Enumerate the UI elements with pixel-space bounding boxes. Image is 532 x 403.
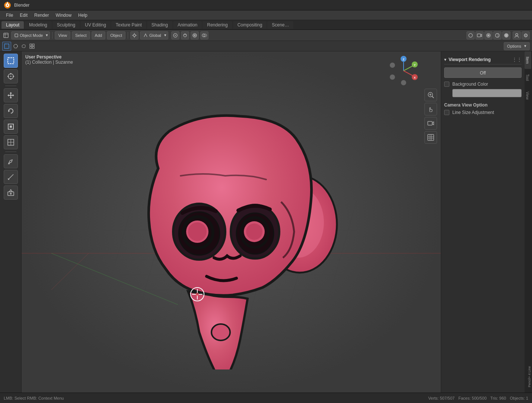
add-primitive-btn[interactable] [4, 185, 18, 200]
navigation-gizmo[interactable]: Z Y X [389, 56, 418, 86]
background-color-label: Background Color [452, 82, 488, 87]
svg-rect-21 [477, 34, 481, 37]
svg-rect-31 [32, 47, 34, 48]
transform-orientation-dropdown[interactable]: Global ▾ [140, 31, 168, 39]
camera-view-label: Camera View Option [444, 102, 522, 108]
menu-item-render[interactable]: Render [31, 12, 52, 19]
panel-tab-view[interactable]: View [525, 86, 531, 105]
object-mode-dropdown[interactable]: Object Mode ▾ [11, 31, 50, 39]
rendered-shading-icon[interactable] [502, 31, 510, 39]
viewport-3d[interactable]: User Perspective (1) Collection | Suzann… [22, 51, 441, 393]
measure-tool-btn[interactable] [4, 170, 18, 184]
grid-gizmo-btn[interactable] [424, 131, 437, 144]
svg-marker-43 [7, 94, 9, 96]
xray-icon[interactable] [200, 31, 208, 39]
cursor-tool-btn[interactable] [4, 69, 18, 83]
select-menu-btn[interactable]: Select [72, 31, 90, 39]
background-color-swatch[interactable] [452, 89, 522, 97]
viewport-info: User Perspective (1) Collection | Suzann… [25, 54, 73, 65]
svg-rect-112 [428, 134, 434, 140]
select-lasso-icon[interactable] [20, 42, 28, 50]
select-circle-icon[interactable] [12, 42, 19, 50]
viewport-shading-icon[interactable] [466, 31, 475, 39]
tab-shading[interactable]: Shading [147, 21, 172, 29]
annotate-tool-btn[interactable] [4, 154, 18, 168]
panel-drag-dots[interactable]: ⋮⋮ [512, 57, 522, 63]
menu-item-edit[interactable]: Edit [17, 12, 31, 19]
svg-point-23 [487, 34, 490, 37]
svg-rect-30 [30, 47, 32, 48]
toolbar-divider-1 [52, 32, 52, 39]
toolbar-row: Object Mode ▾ View Select Add Object Glo… [0, 30, 532, 41]
tab-animation[interactable]: Animation [173, 21, 202, 29]
svg-point-105 [390, 63, 395, 68]
object-mode-icon [15, 34, 18, 37]
svg-point-80 [188, 222, 207, 241]
svg-line-107 [432, 96, 434, 98]
tab-compositing[interactable]: Compositing [233, 21, 267, 29]
select-all-icon[interactable] [28, 42, 36, 50]
off-button[interactable]: Off [444, 67, 522, 78]
add-menu-btn[interactable]: Add [92, 31, 106, 39]
transform-tool-btn[interactable] [4, 135, 18, 149]
status-bar: LMB: Select RMB: Context Menu Verts: 507… [0, 393, 532, 403]
editor-type-icon[interactable] [2, 32, 10, 39]
menu-item-help[interactable]: Help [75, 12, 90, 19]
blender-logo [4, 1, 11, 9]
left-toolbar [0, 51, 22, 393]
menu-bar: File Edit Render Window Help [0, 10, 532, 20]
shading-mode-icon[interactable] [493, 31, 501, 39]
section-collapse-arrow[interactable]: ▾ [444, 57, 446, 62]
menu-item-file[interactable]: File [3, 12, 16, 19]
options-btn[interactable]: Options ▾ [504, 42, 530, 50]
panel-side-tabs: Item Tool View Pencil+ 4 Line [525, 51, 532, 393]
svg-point-2 [7, 4, 8, 6]
viewport-shading-group: ⚙ [466, 31, 530, 39]
panel-tab-tool[interactable]: Tool [525, 69, 531, 86]
snapping-icon[interactable] [171, 31, 179, 39]
app-title: Blender [14, 3, 29, 8]
svg-point-25 [516, 34, 518, 36]
svg-point-8 [133, 34, 136, 37]
svg-point-38 [10, 76, 11, 77]
status-left: LMB: Select RMB: Context Menu [4, 396, 64, 400]
line-size-checkbox[interactable] [444, 110, 449, 115]
tri-count: Tris: 960 [490, 396, 506, 400]
color-swatch-row [452, 89, 522, 97]
object-menu-btn[interactable]: Object [107, 31, 125, 39]
select-box-icon[interactable] [2, 42, 11, 51]
scale-tool-btn[interactable] [4, 120, 18, 134]
view-menu-btn[interactable]: View [55, 31, 70, 39]
hand-tool-btn[interactable] [424, 103, 437, 115]
tab-texture-paint[interactable]: Texture Paint [111, 21, 146, 29]
camera-view-icon[interactable] [475, 31, 484, 39]
settings-icon[interactable]: ⚙ [522, 31, 530, 39]
svg-line-52 [8, 174, 13, 180]
tab-rendering[interactable]: Rendering [203, 21, 232, 29]
svg-point-14 [175, 35, 176, 36]
select-tool-btn[interactable] [4, 54, 18, 68]
vertex-count: Verts: 507/507 [428, 396, 455, 400]
render-preview-icon[interactable] [484, 31, 493, 39]
user-icon[interactable] [513, 31, 521, 39]
tab-scene[interactable]: Scene… [267, 21, 293, 29]
main-layout: User Perspective (1) Collection | Suzann… [0, 51, 532, 393]
pivot-icon[interactable] [130, 31, 138, 39]
camera-gizmo-btn[interactable] [424, 117, 437, 130]
tab-uv-editing[interactable]: UV Editing [80, 21, 111, 29]
svg-text:Z: Z [403, 58, 405, 61]
move-tool-btn[interactable] [4, 88, 18, 102]
show-overlays-icon[interactable] [191, 31, 199, 39]
suzanne-model [84, 101, 352, 369]
tab-modeling[interactable]: Modeling [25, 21, 52, 29]
background-color-checkbox[interactable] [444, 82, 449, 87]
tab-sculpting[interactable]: Sculpting [52, 21, 80, 29]
svg-point-17 [194, 35, 195, 36]
tab-layout[interactable]: Layout [1, 21, 24, 29]
proportional-editing-icon[interactable] [181, 31, 189, 39]
rotate-tool-btn[interactable] [4, 104, 18, 118]
svg-marker-45 [8, 110, 10, 112]
panel-tab-item[interactable]: Item [525, 51, 531, 69]
zoom-gizmo-btn[interactable] [424, 89, 437, 101]
menu-item-window[interactable]: Window [52, 12, 74, 19]
